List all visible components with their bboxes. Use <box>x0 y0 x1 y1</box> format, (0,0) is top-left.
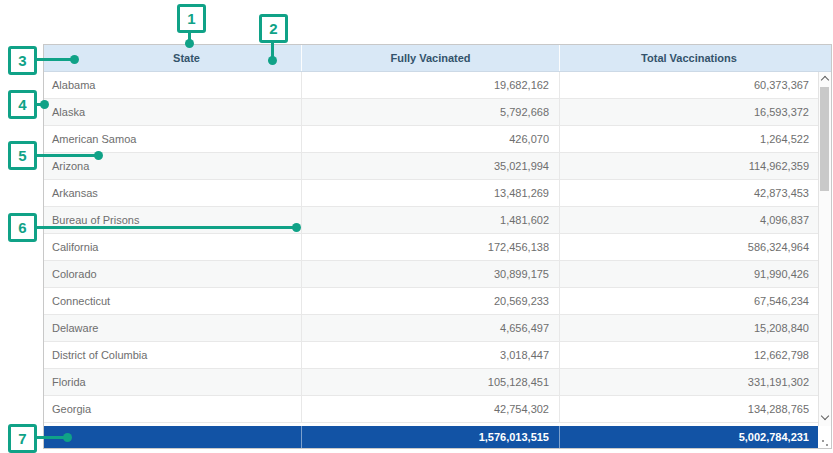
totals-row: 1,576,013,515 5,002,784,231 <box>44 426 818 448</box>
table-row: Alabama 19,682,162 60,373,367 <box>44 72 831 99</box>
fully-vaccinated-cell: 30,899,175 <box>302 261 560 287</box>
fully-vaccinated-cell: 13,481,269 <box>302 180 560 206</box>
screenshot-canvas: State Fully Vacinated Total Vaccinations… <box>0 0 833 453</box>
vertical-scrollbar[interactable] <box>818 72 831 426</box>
table-row: Florida 105,128,451 331,191,302 <box>44 369 831 396</box>
total-vaccinations-cell: 12,662,798 <box>560 342 818 368</box>
fully-vaccinated-cell: 105,128,451 <box>302 369 560 395</box>
header-total-vaccinations: Total Vaccinations <box>560 45 818 71</box>
fully-vaccinated-cell: 19,682,162 <box>302 72 560 98</box>
total-vaccinations-cell: 114,962,359 <box>560 153 818 179</box>
table-header-row: State Fully Vacinated Total Vaccinations <box>44 45 831 72</box>
total-vaccinations-cell: 67,546,234 <box>560 288 818 314</box>
callout-4-dot <box>40 100 49 109</box>
callout-6-connector <box>36 226 296 229</box>
callout-3-number: 3 <box>8 46 37 75</box>
fully-vaccinated-cell: 172,456,138 <box>302 234 560 260</box>
table-row: California 172,456,138 586,324,964 <box>44 234 831 261</box>
totals-total-vaccinations: 5,002,784,231 <box>560 426 818 448</box>
fully-vaccinated-cell: 4,656,497 <box>302 315 560 341</box>
total-vaccinations-cell: 586,324,964 <box>560 234 818 260</box>
state-cell: Florida <box>44 369 302 395</box>
total-vaccinations-cell: 331,191,302 <box>560 369 818 395</box>
header-filler <box>818 45 831 71</box>
resize-grip-icon[interactable] <box>822 440 824 442</box>
table-row: Arizona 35,021,994 114,962,359 <box>44 153 831 180</box>
totals-fully-vaccinated: 1,576,013,515 <box>302 426 560 448</box>
table-row: Arkansas 13,481,269 42,873,453 <box>44 180 831 207</box>
callout-3-connector <box>36 58 72 61</box>
total-vaccinations-cell: 15,208,840 <box>560 315 818 341</box>
state-cell: American Samoa <box>44 126 302 152</box>
callout-6-number: 6 <box>8 213 37 242</box>
totals-state-cell <box>44 426 302 448</box>
callout-3-dot <box>70 55 79 64</box>
fully-vaccinated-cell: 1,481,602 <box>302 207 560 233</box>
callout-5-dot <box>94 151 103 160</box>
total-vaccinations-cell: 60,373,367 <box>560 72 818 98</box>
total-vaccinations-cell: 91,990,426 <box>560 261 818 287</box>
table-row: American Samoa 426,070 1,264,522 <box>44 126 831 153</box>
header-state: State <box>44 45 302 71</box>
callout-5-connector <box>36 154 98 157</box>
fully-vaccinated-cell: 42,754,302 <box>302 396 560 422</box>
table-row: Connecticut 20,569,233 67,546,234 <box>44 288 831 315</box>
table-row: Colorado 30,899,175 91,990,426 <box>44 261 831 288</box>
fully-vaccinated-cell: 426,070 <box>302 126 560 152</box>
state-cell: California <box>44 234 302 260</box>
vaccination-table: State Fully Vacinated Total Vaccinations… <box>43 44 832 449</box>
state-cell: Arkansas <box>44 180 302 206</box>
table-row: Georgia 42,754,302 134,288,765 <box>44 396 831 423</box>
fully-vaccinated-cell: 35,021,994 <box>302 153 560 179</box>
state-cell: Georgia <box>44 396 302 422</box>
callout-5-number: 5 <box>8 141 37 170</box>
total-vaccinations-cell: 134,288,765 <box>560 396 818 422</box>
scroll-up-button[interactable] <box>819 72 831 86</box>
table-row: Alaska 5,792,668 16,593,372 <box>44 99 831 126</box>
callout-1-number: 1 <box>177 4 206 33</box>
state-cell: Alabama <box>44 72 302 98</box>
total-vaccinations-cell: 42,873,453 <box>560 180 818 206</box>
state-cell: Colorado <box>44 261 302 287</box>
state-cell: Alaska <box>44 99 302 125</box>
table-row: District of Columbia 3,018,447 12,662,79… <box>44 342 831 369</box>
table-row: Delaware 4,656,497 15,208,840 <box>44 315 831 342</box>
callout-4-number: 4 <box>8 90 37 119</box>
state-cell: District of Columbia <box>44 342 302 368</box>
state-cell: Bureau of Prisons <box>44 207 302 233</box>
scroll-down-button[interactable] <box>819 410 831 424</box>
state-cell: Connecticut <box>44 288 302 314</box>
fully-vaccinated-cell: 20,569,233 <box>302 288 560 314</box>
callout-7-dot <box>63 433 72 442</box>
total-vaccinations-cell: 1,264,522 <box>560 126 818 152</box>
callout-2-number: 2 <box>259 14 288 43</box>
table-body: Alabama 19,682,162 60,373,367 Alaska 5,7… <box>44 72 831 426</box>
header-fully-vaccinated: Fully Vacinated <box>302 45 560 71</box>
callout-2-dot <box>268 56 277 65</box>
total-vaccinations-cell: 4,096,837 <box>560 207 818 233</box>
fully-vaccinated-cell: 5,792,668 <box>302 99 560 125</box>
chevron-down-icon <box>821 412 829 420</box>
total-vaccinations-cell: 16,593,372 <box>560 99 818 125</box>
chevron-up-icon <box>821 76 829 84</box>
callout-1-dot <box>185 39 194 48</box>
fully-vaccinated-cell: 3,018,447 <box>302 342 560 368</box>
state-cell: Delaware <box>44 315 302 341</box>
callout-7-number: 7 <box>8 424 37 453</box>
callout-6-dot <box>292 223 301 232</box>
scrollbar-thumb[interactable] <box>820 87 829 191</box>
table-row: Bureau of Prisons 1,481,602 4,096,837 <box>44 207 831 234</box>
